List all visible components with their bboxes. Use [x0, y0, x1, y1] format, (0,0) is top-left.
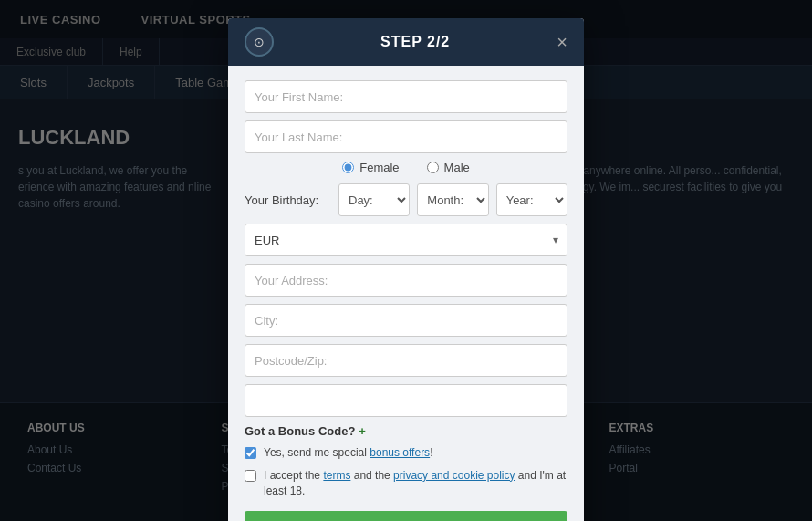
modal-logo: ⊙ [245, 27, 274, 57]
birthday-year-select[interactable]: Year: for(let y=2005;y>=1920;y--) docume… [496, 183, 567, 216]
gender-male-text: Male [444, 161, 470, 174]
open-account-button[interactable]: OPEN ACCOUNT [245, 511, 567, 521]
terms-prefix: I accept the [264, 469, 323, 482]
bonus-code-link[interactable]: Got a Bonus Code?+ [245, 424, 366, 438]
terms-label: I accept the terms and the privacy and c… [264, 468, 567, 499]
registration-modal: ⊙ STEP 2/2 × Female Male Your Birthday: … [228, 18, 584, 521]
logo-icon: ⊙ [254, 35, 265, 49]
postcode-input[interactable] [245, 344, 567, 377]
gender-male-radio[interactable] [427, 162, 439, 173]
modal-close-button[interactable]: × [557, 33, 567, 51]
bonus-offers-link[interactable]: bonus offers [370, 446, 430, 459]
address-input[interactable] [245, 264, 567, 297]
gender-radio-group: Female Male [245, 161, 567, 174]
gender-female-label[interactable]: Female [342, 161, 399, 174]
bonus-code-text: Got a Bonus Code? [245, 424, 355, 438]
birthday-label: Your Birthday: [245, 193, 331, 207]
gender-female-text: Female [359, 161, 399, 174]
special-offers-checkbox[interactable] [245, 447, 256, 459]
special-offers-row: Yes, send me special bonus offers! [245, 445, 567, 461]
extra-field-input[interactable] [245, 384, 567, 417]
privacy-policy-link[interactable]: privacy and cookie policy [393, 469, 515, 482]
gender-female-radio[interactable] [342, 162, 354, 173]
last-name-input[interactable] [245, 120, 567, 153]
bonus-plus-icon: + [359, 424, 366, 438]
first-name-input[interactable] [245, 80, 567, 113]
birthday-month-select[interactable]: Month: ['Jan','Feb','Mar','Apr','May','J… [417, 183, 488, 216]
currency-wrapper: EUR USD GBP CAD AUD ▾ [245, 224, 567, 256]
birthday-day-select[interactable]: Day: for(let i=1;i<=31;i++) document.wri… [338, 183, 410, 216]
terms-and: and the [350, 469, 393, 482]
modal-title: STEP 2/2 [274, 34, 557, 50]
bonus-code-row: Got a Bonus Code?+ [245, 424, 567, 438]
modal-body: Female Male Your Birthday: Day: for(let … [228, 66, 584, 521]
gender-male-label[interactable]: Male [427, 161, 470, 174]
terms-row: I accept the terms and the privacy and c… [245, 468, 567, 499]
modal-header: ⊙ STEP 2/2 × [228, 18, 584, 66]
special-offers-label: Yes, send me special bonus offers! [264, 445, 432, 461]
city-input[interactable] [245, 304, 567, 337]
special-offers-suffix: ! [430, 446, 432, 459]
terms-checkbox[interactable] [245, 470, 256, 482]
birthday-row: Your Birthday: Day: for(let i=1;i<=31;i+… [245, 183, 567, 216]
special-offers-text: Yes, send me special [264, 446, 370, 459]
terms-link[interactable]: terms [323, 469, 350, 482]
currency-select[interactable]: EUR USD GBP CAD AUD [245, 224, 567, 256]
